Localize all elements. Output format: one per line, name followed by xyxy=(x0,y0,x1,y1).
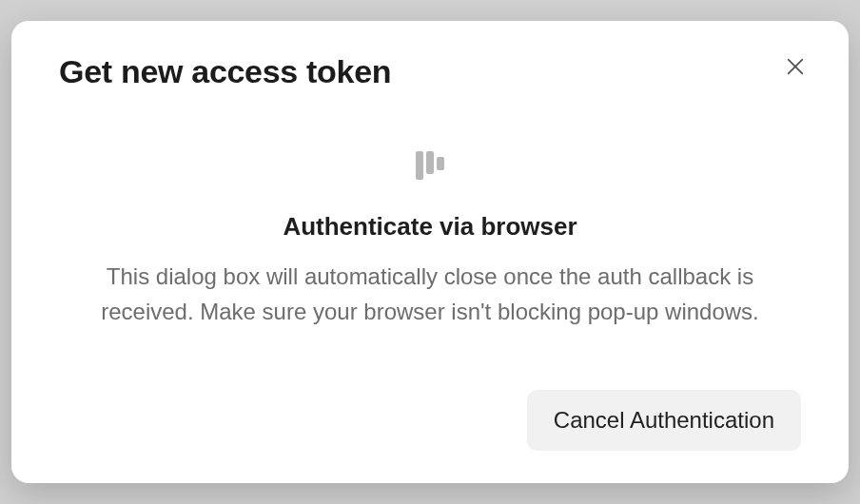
modal-header: Get new access token xyxy=(59,53,801,90)
modal-footer: Cancel Authentication xyxy=(59,363,801,451)
get-access-token-modal: Get new access token Authenticate via br… xyxy=(11,21,849,483)
cancel-authentication-button[interactable]: Cancel Authentication xyxy=(527,390,801,451)
modal-body: Authenticate via browser This dialog box… xyxy=(59,90,801,363)
close-icon xyxy=(785,56,806,81)
modal-title: Get new access token xyxy=(59,53,391,90)
auth-subtitle: Authenticate via browser xyxy=(283,212,577,242)
loading-bars-icon xyxy=(416,145,444,180)
close-button[interactable] xyxy=(782,55,809,82)
auth-help-text: This dialog box will automatically close… xyxy=(68,259,792,329)
